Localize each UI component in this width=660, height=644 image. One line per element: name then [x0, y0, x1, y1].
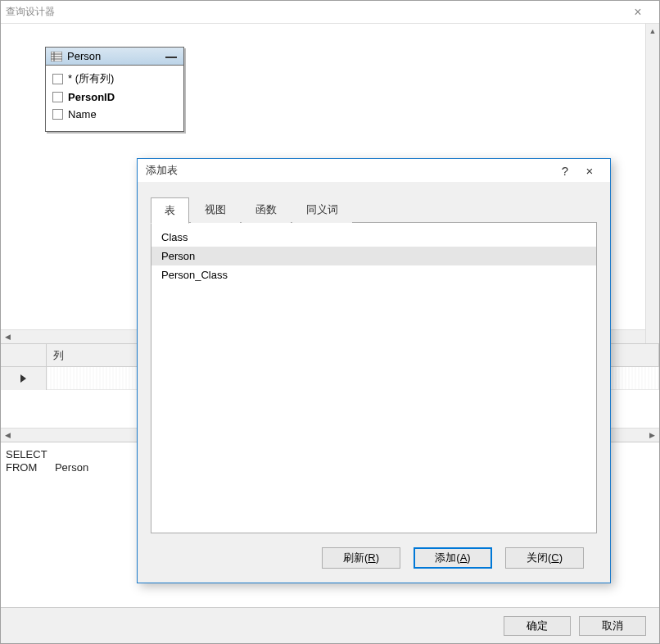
- list-item[interactable]: Person: [151, 247, 596, 265]
- sql-line: FROM Person: [6, 461, 88, 474]
- table-column[interactable]: * (所有列): [51, 69, 179, 88]
- accel-key: R: [368, 551, 375, 564]
- scroll-right-icon[interactable]: ▶: [645, 429, 659, 442]
- accel-key: A: [460, 551, 468, 564]
- sql-line: SELECT: [6, 448, 47, 460]
- checkbox-icon[interactable]: [52, 74, 63, 84]
- table-box-header[interactable]: Person: [46, 48, 183, 66]
- dialog-body: 表 视图 函数 同义词 Class Person Person_Class 刷新…: [138, 182, 610, 583]
- tab-synonyms[interactable]: 同义词: [292, 197, 352, 223]
- row-header-corner: [1, 344, 47, 366]
- table-icon: [51, 52, 62, 61]
- table-column[interactable]: Name: [51, 106, 179, 123]
- checkbox-icon[interactable]: [52, 92, 63, 102]
- main-titlebar: 查询设计器 ×: [1, 1, 659, 24]
- tab-functions[interactable]: 函数: [242, 197, 291, 223]
- close-icon[interactable]: ×: [622, 5, 654, 20]
- table-column[interactable]: PersonID: [51, 88, 179, 106]
- list-item[interactable]: Person_Class: [151, 265, 596, 284]
- refresh-button[interactable]: 刷新(R): [322, 547, 400, 569]
- list-item[interactable]: Class: [151, 228, 596, 247]
- add-table-dialog: 添加表 ? × 表 视图 函数 同义词 Class Person Person_…: [137, 158, 611, 583]
- current-row-icon: [20, 374, 26, 383]
- row-selector[interactable]: [1, 367, 47, 390]
- help-icon[interactable]: ?: [553, 164, 577, 178]
- cancel-button[interactable]: 取消: [579, 616, 646, 636]
- accel-key: C: [551, 551, 558, 564]
- tables-list[interactable]: Class Person Person_Class: [151, 222, 597, 533]
- tab-views[interactable]: 视图: [191, 197, 240, 223]
- checkbox-icon[interactable]: [52, 109, 63, 120]
- main-footer: 确定 取消: [1, 607, 659, 643]
- vertical-scrollbar[interactable]: ▲: [645, 24, 659, 343]
- dialog-footer: 刷新(R) 添加(A) 关闭(C): [151, 533, 597, 583]
- minimize-icon[interactable]: [165, 55, 177, 58]
- dialog-title: 添加表: [146, 163, 553, 178]
- scroll-left-icon[interactable]: ◀: [1, 330, 15, 343]
- column-label: Name: [68, 108, 97, 120]
- dialog-titlebar: 添加表 ? ×: [138, 159, 610, 182]
- table-name: Person: [67, 50, 165, 62]
- column-label: PersonID: [68, 91, 115, 103]
- ok-button[interactable]: 确定: [504, 616, 571, 636]
- close-button[interactable]: 关闭(C): [505, 547, 584, 569]
- tab-tables[interactable]: 表: [151, 197, 189, 224]
- add-button[interactable]: 添加(A): [414, 547, 492, 569]
- column-label: * (所有列): [68, 71, 114, 86]
- window-title: 查询设计器: [6, 5, 622, 19]
- table-columns-list: * (所有列) PersonID Name: [46, 66, 183, 131]
- dialog-tabs: 表 视图 函数 同义词: [151, 197, 597, 223]
- scroll-up-icon[interactable]: ▲: [646, 24, 659, 38]
- scroll-left-icon[interactable]: ◀: [1, 429, 15, 442]
- table-box-person[interactable]: Person * (所有列) PersonID Name: [45, 47, 184, 132]
- close-icon[interactable]: ×: [577, 164, 602, 178]
